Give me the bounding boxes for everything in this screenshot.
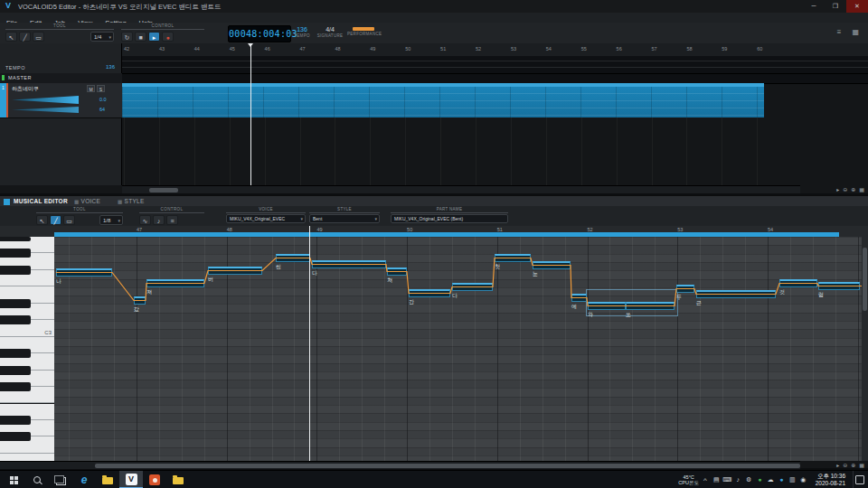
tray-expand-chevron[interactable]: ^ <box>703 476 707 484</box>
tray-messenger-icon[interactable]: ● <box>755 471 765 488</box>
editor-playhead[interactable] <box>309 237 310 461</box>
cpu-temp-widget[interactable]: 45°C CPU온도 <box>678 474 699 486</box>
note[interactable] <box>56 268 112 277</box>
record-icon[interactable]: ● <box>162 32 174 42</box>
tray-sound-icon[interactable]: ♪ <box>733 471 743 488</box>
loop-icon[interactable]: ↻ <box>121 32 133 42</box>
piano-key-sharp[interactable] <box>0 249 31 258</box>
start-button[interactable] <box>2 471 25 488</box>
zoom-out-icon[interactable]: ⊖ <box>843 186 847 192</box>
maximize-button[interactable]: ❐ <box>825 0 846 13</box>
pointer-tool-icon[interactable]: ↖ <box>36 215 48 225</box>
part-name-field[interactable]: PART NAME MIKU_V4X_Original_EVEC (Bent) <box>391 207 508 224</box>
piano-key-sharp[interactable] <box>0 416 31 425</box>
piano-key-sharp[interactable] <box>0 366 31 375</box>
dynamics-icon[interactable]: ∿ <box>139 215 151 225</box>
mute-button[interactable]: M <box>87 85 95 92</box>
vocaloid-app-button[interactable]: V <box>119 471 143 488</box>
arrange-scrollbar[interactable] <box>122 185 800 193</box>
piano-roll-scrollbar[interactable] <box>0 461 800 469</box>
file-explorer-button[interactable] <box>96 471 119 488</box>
search-button[interactable] <box>25 471 49 488</box>
note[interactable] <box>779 279 817 287</box>
note[interactable] <box>208 267 262 275</box>
tray-keyboard-icon[interactable]: ⌨ <box>722 471 732 488</box>
piano-key-sharp[interactable] <box>0 237 31 241</box>
note[interactable] <box>571 294 587 302</box>
vocal-part-clip[interactable] <box>122 83 764 117</box>
arrange-scrollbar-handle[interactable] <box>149 188 178 192</box>
piano-key-sharp[interactable] <box>0 266 31 275</box>
vscrollbar-handle[interactable] <box>863 248 867 311</box>
piano-roll-scrollbar-handle[interactable] <box>95 464 800 468</box>
note[interactable] <box>452 283 493 291</box>
params-icon[interactable]: ≡ <box>166 215 178 225</box>
grid-options-icon[interactable]: ▦ <box>859 186 864 192</box>
minimize-button[interactable]: ─ <box>803 0 825 13</box>
note[interactable] <box>818 282 860 290</box>
piano-key-b1[interactable] <box>0 454 54 461</box>
play-icon[interactable]: ▸ <box>148 32 160 42</box>
piano-key-sharp[interactable] <box>0 299 31 308</box>
voice-field[interactable]: VOICE MIKU_V4X_Original_EVEC▾ <box>226 207 306 224</box>
pan-fader[interactable] <box>12 107 79 113</box>
stop-icon[interactable]: ■ <box>135 32 146 42</box>
note[interactable] <box>276 254 310 262</box>
note[interactable] <box>588 302 626 310</box>
note[interactable] <box>409 289 450 297</box>
note[interactable] <box>696 290 776 298</box>
zoom-in-icon[interactable]: ⊕ <box>851 186 855 192</box>
zoom-out-icon[interactable]: ⊖ <box>843 462 847 468</box>
piano-key-sharp[interactable] <box>0 315 31 324</box>
note[interactable] <box>146 279 204 287</box>
style-field-value[interactable]: Bent▾ <box>309 214 380 223</box>
note[interactable] <box>387 267 407 276</box>
part-name-value[interactable]: MIKU_V4X_Original_EVEC (Bent) <box>391 214 508 223</box>
task-view-button[interactable] <box>49 471 72 488</box>
action-center-button[interactable] <box>853 471 866 488</box>
tray-cloud-icon[interactable]: ☁ <box>766 471 776 488</box>
tray-settings-icon[interactable]: ⚙ <box>744 471 754 488</box>
track-header[interactable]: 1 하츠네미쿠 M S 0.0 64 <box>0 83 122 118</box>
volume-fader[interactable] <box>12 96 79 104</box>
arrange-timeline[interactable]: 42434445464748495051525354555657585960 <box>122 43 868 185</box>
scroll-right-icon[interactable]: ▸ <box>836 186 839 192</box>
piano-key-sharp[interactable] <box>0 382 31 391</box>
note[interactable] <box>134 296 146 305</box>
time-display[interactable]: 00048:004:03 <box>228 25 291 42</box>
tray-network-icon[interactable]: ▥ <box>788 471 797 488</box>
close-button[interactable]: ✕ <box>846 0 868 13</box>
zoom-in-icon[interactable]: ⊕ <box>851 462 855 468</box>
taskbar-clock[interactable]: 오후 10:36 2020-08-21 <box>813 473 848 487</box>
playhead[interactable] <box>250 43 251 185</box>
eraser-tool-icon[interactable]: ▭ <box>33 32 44 42</box>
edge-button[interactable]: e <box>72 471 96 488</box>
pencil-tool-icon[interactable]: ╱ <box>19 32 31 42</box>
grid-options-icon[interactable]: ▦ <box>859 462 864 468</box>
style-field[interactable]: STYLE Bent▾ <box>309 207 380 224</box>
note[interactable] <box>533 261 571 269</box>
editor-quantize-select[interactable]: 1/8▾ <box>99 215 123 225</box>
pointer-tool-icon[interactable]: ↖ <box>5 32 17 42</box>
eraser-tool-icon[interactable]: ▭ <box>63 215 75 225</box>
tempo-lane[interactable] <box>122 56 868 74</box>
arrange-ruler[interactable]: 42434445464748495051525354555657585960 <box>122 43 868 57</box>
note-grid[interactable]: 나갔져버린다쳐간다첫눈에와쏘두근것럼 <box>54 237 868 461</box>
scroll-right-icon[interactable]: ▸ <box>836 462 839 468</box>
pencil-tool-icon[interactable]: ╱ <box>50 215 61 225</box>
folder-shortcut-button[interactable] <box>166 471 190 488</box>
tray-volume-icon[interactable]: ◉ <box>798 471 808 488</box>
piano-keyboard[interactable]: C3 <box>0 237 54 461</box>
solo-button[interactable]: S <box>97 85 105 92</box>
note[interactable] <box>495 254 531 262</box>
tray-display-icon[interactable]: ▤ <box>712 471 722 488</box>
list-view-icon[interactable]: ≡ <box>837 28 842 36</box>
tray-sync-icon[interactable]: ● <box>777 471 787 488</box>
photos-app-button[interactable] <box>143 471 166 488</box>
performance-display[interactable]: PERFORMANCE <box>347 25 380 37</box>
piano-key-sharp[interactable] <box>0 432 31 441</box>
note[interactable] <box>626 302 675 310</box>
piano-key-sharp[interactable] <box>0 349 31 358</box>
signature-display[interactable]: 4/4 SIGNATURE <box>316 25 344 39</box>
note[interactable] <box>676 285 694 293</box>
